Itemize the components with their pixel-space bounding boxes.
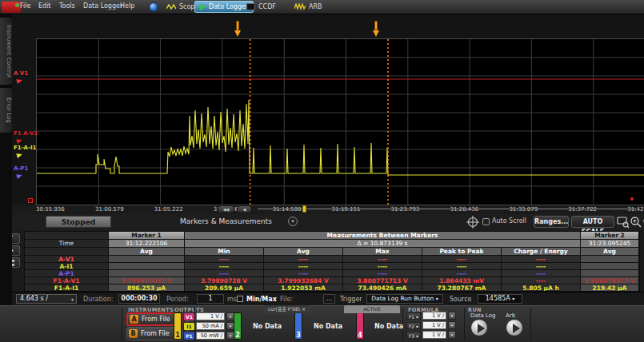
table-cell: ----: [185, 256, 264, 263]
channel-4-no-data: No Data: [374, 323, 403, 330]
menu-data-logger[interactable]: Data Logger: [83, 2, 122, 10]
chevron-down-icon[interactable]: ▾: [448, 312, 456, 320]
minmax-checkbox[interactable]: [237, 296, 243, 302]
period-value[interactable]: 1: [197, 294, 224, 304]
auto-scroll-label[interactable]: Auto Scroll: [492, 217, 526, 225]
marker2-handle[interactable]: [373, 21, 380, 38]
duration-label: Duration:: [83, 296, 113, 303]
col-avg: Avg: [264, 248, 343, 256]
chart-toolbar: Stopped Markers & Measurements ▾ Auto Sc…: [12, 214, 644, 230]
tab-ccdf[interactable]: CCDF: [242, 1, 281, 13]
chevron-down-icon[interactable]: ▾: [448, 321, 456, 329]
trace-marker-arrow-icon[interactable]: [16, 152, 23, 158]
table-cell: 3.800078977 V: [581, 277, 639, 284]
duration-value[interactable]: 000:00:30: [118, 294, 160, 304]
info-icon[interactable]: [149, 2, 158, 12]
formula-f3-scale[interactable]: 1 V /: [422, 331, 446, 339]
chevron-down-icon[interactable]: ▾: [448, 331, 456, 339]
table-cell: 73.280767 mA: [422, 284, 502, 292]
table-cell: 209.659 µA: [185, 284, 264, 292]
table-cell: 3.79890728 V: [185, 277, 264, 284]
table-cell: ----: [422, 270, 502, 277]
strip-chart-plot[interactable]: [36, 38, 644, 205]
output-channel-1-bar[interactable]: 1: [174, 312, 182, 340]
file-label: File:: [280, 296, 293, 303]
i1-scale-value[interactable]: 50 mA /: [196, 322, 225, 330]
menu-file[interactable]: File: [20, 2, 30, 10]
close-icon[interactable]: ×: [302, 306, 306, 312]
scroll-back-button[interactable]: ◀: [237, 205, 252, 213]
formula-f2-scale[interactable]: 1 V /: [422, 321, 446, 329]
menu-tools[interactable]: Tools: [59, 2, 75, 10]
table-row-a-p1[interactable]: A-P1--------------------: [25, 270, 639, 277]
tab-arb[interactable]: ARB: [290, 1, 327, 13]
scroll-start-button[interactable]: ◀◀: [218, 205, 234, 213]
formula-row-f2: F2 ▾ 1 V / ▾: [406, 321, 456, 329]
table-row-a-v1[interactable]: A-V1--------------------: [25, 256, 639, 263]
run-arb-button[interactable]: [506, 319, 523, 336]
scroll-thumb[interactable]: [302, 205, 306, 213]
browse-file-button[interactable]: ...: [323, 294, 335, 304]
marker2-header[interactable]: Marker 2: [581, 232, 639, 240]
zoom-selection-icon[interactable]: [617, 216, 630, 229]
collapse-panel-button[interactable]: ▾: [288, 217, 298, 226]
p1-scale-value[interactable]: 50 mW /: [196, 332, 225, 340]
i1-badge: I1: [184, 323, 194, 330]
active-tab[interactable]: ACTIVE: [344, 305, 400, 313]
table-cell: [109, 263, 185, 270]
output-channel-3-bar[interactable]: 3: [294, 312, 302, 340]
output-row-p1: P1 50 mW / ▾: [184, 332, 234, 340]
app-logo: [2, 2, 21, 13]
ranges-button[interactable]: Ranges...: [534, 216, 569, 228]
minmax-label[interactable]: Min/Max: [246, 296, 277, 303]
output-channel-2-bar[interactable]: 2: [234, 312, 242, 340]
formula-f1-scale[interactable]: 1 V /: [422, 312, 446, 320]
trigger-select[interactable]: Data Log Run Button ▾: [366, 294, 443, 304]
trace-label-f1-a-v1: F1 A-V1: [14, 130, 38, 137]
sidebar-tab-instrument-control[interactable]: Instrument Control: [0, 18, 12, 85]
markers-panel-title: Markers & Measurements: [180, 217, 272, 225]
table-cell: 1.922053 mA: [264, 284, 343, 292]
menu-edit[interactable]: Edit: [38, 2, 51, 10]
table-cell: 3.799932684 V: [264, 277, 343, 284]
trace-marker-arrow-icon[interactable]: [16, 137, 23, 144]
scroll-track[interactable]: [258, 209, 636, 209]
table-row-f1-a-i1[interactable]: F1-A-I1896.253 µA209.659 µA1.922053 mA73…: [25, 284, 639, 292]
table-row-f1-a-v1[interactable]: F1-A-V13.799910031 V3.79890728 V3.799932…: [25, 277, 639, 284]
table-cell: [581, 270, 639, 277]
period-unit: ms: [227, 296, 237, 303]
formula-f3-select[interactable]: F3 ▾: [406, 332, 421, 339]
trace-marker-arrow-icon[interactable]: [16, 173, 23, 179]
trace-marker-arrow-icon[interactable]: [16, 78, 23, 84]
table-cell: ----: [343, 270, 422, 277]
auto-scale-button[interactable]: AUTO SCALE: [571, 216, 614, 228]
trace-label-a-v1: A V1: [14, 70, 28, 77]
menu-help[interactable]: Help: [120, 2, 134, 10]
trigger-label: Trigger: [340, 296, 362, 303]
formula-row-f1: F1 ▾ 1 V / ▾: [406, 312, 456, 320]
zoom-in-icon[interactable]: [630, 216, 642, 229]
marker1-handle[interactable]: [234, 21, 242, 38]
table-cell: A-P1: [25, 270, 109, 277]
sidebar-tab-error-log[interactable]: Error Log: [0, 88, 12, 133]
p1-badge: P1: [184, 332, 194, 340]
time-window-select[interactable]: 4.643 s /▾: [16, 294, 77, 304]
formula-f1-select[interactable]: F1 ▾: [406, 312, 421, 320]
auto-scroll-toggle[interactable]: [482, 218, 490, 225]
document-tab[interactable]: cur(표준 P'98) ×: [264, 305, 310, 313]
channel-2-no-data: No Data: [253, 323, 282, 330]
marker1-header[interactable]: Marker 1: [109, 232, 185, 240]
table-cell: [109, 256, 185, 263]
table-row-a-i1[interactable]: A-I1--------------------: [25, 263, 639, 270]
time-label: Time: [25, 240, 109, 248]
v1-scale-value[interactable]: 1 V /: [196, 312, 225, 320]
crosshair-icon[interactable]: [466, 216, 479, 229]
output-channel-4-bar[interactable]: 4: [356, 312, 364, 340]
table-cell: 73.490426 mA: [343, 284, 422, 292]
run-data-log-button[interactable]: [470, 319, 488, 336]
formula-f2-select[interactable]: F2 ▾: [406, 322, 421, 329]
source-select[interactable]: 14585A ▾: [478, 294, 522, 304]
table-cell: ----: [502, 277, 581, 284]
table-cell: ----: [343, 256, 422, 263]
table-cell: ----: [422, 263, 502, 270]
